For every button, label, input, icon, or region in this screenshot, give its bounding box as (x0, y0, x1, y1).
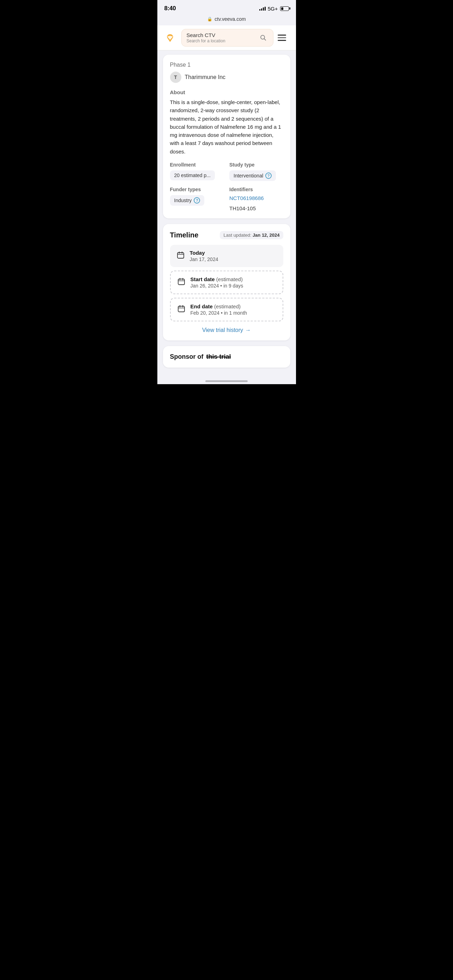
identifiers-cell: Identifiers NCT06198686 TH104-105 (229, 187, 283, 211)
search-sub-label: Search for a location (187, 38, 226, 43)
timeline-item-end: End date (estimated) Feb 20, 2024 • in 1… (170, 298, 283, 321)
timeline-today-title: Today (190, 250, 278, 256)
signal-bar-4 (265, 7, 265, 11)
network-label: 5G+ (268, 6, 278, 12)
timeline-end-title: End date (estimated) (191, 303, 277, 309)
identifiers-label: Identifiers (229, 187, 283, 192)
identifier-secondary: TH104-105 (229, 205, 283, 211)
menu-button[interactable] (278, 32, 290, 44)
signal-bar-3 (263, 7, 264, 11)
timeline-start-date: Jan 26, 2024 • in 9 days (191, 283, 277, 289)
logo[interactable] (163, 31, 177, 45)
status-bar: 8:40 5G+ (157, 0, 296, 15)
phase-label: Phase 1 (170, 62, 283, 68)
study-type-cell: Study type Interventional ? (229, 162, 283, 181)
menu-line-2 (278, 37, 286, 38)
search-svg-icon (260, 35, 266, 41)
calendar-today-icon (176, 250, 186, 260)
last-updated: Last updated: Jan 12, 2024 (220, 231, 283, 239)
sponsor-row: T Tharimmune Inc (170, 72, 283, 83)
timeline-today-date: Jan 17, 2024 (190, 256, 278, 262)
home-bar (205, 380, 248, 382)
nav-bar: Search CTV Search for a location (157, 25, 296, 51)
lock-icon: 🔒 (207, 17, 212, 22)
signal-bar-1 (259, 9, 261, 11)
sponsor-name: Tharimmune Inc (185, 74, 226, 80)
study-type-help-icon[interactable]: ? (265, 172, 272, 179)
last-updated-label: Last updated: (223, 232, 251, 238)
enrollment-value: 20 estimated p... (174, 172, 211, 178)
study-type-value: Interventional (234, 173, 263, 178)
funder-cell: Funder types Industry ? (170, 187, 224, 211)
timeline-start-content: Start date (estimated) Jan 26, 2024 • in… (191, 276, 277, 289)
svg-rect-2 (178, 253, 184, 258)
funder-badge: Industry ? (170, 195, 205, 206)
study-type-badge: Interventional ? (229, 170, 276, 181)
signal-bar-2 (261, 8, 262, 11)
search-main-label: Search CTV (187, 32, 226, 38)
about-section: About This is a single-dose, single-cent… (170, 89, 283, 156)
home-indicator (157, 377, 296, 384)
timeline-header: Timeline Last updated: Jan 12, 2024 (170, 231, 283, 239)
timeline-item-start: Start date (estimated) Jan 26, 2024 • in… (170, 270, 283, 294)
sponsor-section-strikethrough: this trial (207, 353, 231, 361)
search-bar[interactable]: Search CTV Search for a location (181, 29, 273, 46)
timeline-today-content: Today Jan 17, 2024 (190, 250, 278, 262)
timeline-end-date: Feb 20, 2024 • in 1 month (191, 310, 277, 316)
svg-line-1 (264, 39, 265, 41)
timeline-items: Today Jan 17, 2024 (170, 245, 283, 321)
calendar-svg-start (178, 278, 185, 285)
enrollment-cell: Enrollment 20 estimated p... (170, 162, 224, 181)
timeline-end-content: End date (estimated) Feb 20, 2024 • in 1… (191, 303, 277, 316)
calendar-svg-today (177, 251, 184, 259)
study-card: Phase 1 T Tharimmune Inc About This is a… (163, 55, 290, 218)
sponsor-avatar: T (170, 72, 181, 83)
svg-rect-6 (178, 279, 184, 285)
view-trial-history-link[interactable]: View trial history → (170, 327, 283, 333)
menu-line-1 (278, 35, 286, 36)
search-text-block: Search CTV Search for a location (187, 32, 226, 43)
timeline-item-today: Today Jan 17, 2024 (170, 245, 283, 267)
main-content: Phase 1 T Tharimmune Inc About This is a… (157, 51, 296, 377)
signal-bars-icon (259, 6, 265, 11)
funder-label: Funder types (170, 187, 224, 192)
about-title: About (170, 89, 283, 95)
status-time: 8:40 (164, 5, 176, 12)
svg-rect-10 (178, 306, 184, 312)
battery-level (281, 7, 284, 10)
url-text[interactable]: ctv.veeva.com (215, 16, 246, 22)
funder-value: Industry (174, 197, 192, 203)
calendar-end-icon (176, 304, 186, 313)
last-updated-date: Jan 12, 2024 (253, 232, 280, 238)
identifier-link[interactable]: NCT06198686 (229, 195, 283, 201)
battery-icon (280, 6, 289, 11)
about-text: This is a single-dose, single-center, op… (170, 98, 283, 156)
menu-line-3 (278, 40, 286, 41)
info-grid: Enrollment 20 estimated p... Study type … (170, 162, 283, 211)
view-history-label: View trial history (202, 327, 243, 333)
enrollment-badge: 20 estimated p... (170, 170, 215, 180)
study-type-label: Study type (229, 162, 283, 167)
enrollment-label: Enrollment (170, 162, 224, 167)
calendar-svg-end (178, 305, 185, 313)
search-icon (258, 33, 268, 43)
timeline-card: Timeline Last updated: Jan 12, 2024 (163, 224, 290, 340)
sponsor-section-title: Sponsor of this trial (170, 353, 283, 361)
status-icons: 5G+ (259, 6, 289, 12)
funder-help-icon[interactable]: ? (194, 197, 200, 204)
view-history-arrow: → (245, 327, 251, 333)
sponsor-section-prefix: Sponsor of (170, 353, 203, 361)
address-bar: 🔒 ctv.veeva.com (157, 15, 296, 25)
timeline-title: Timeline (170, 231, 199, 239)
sponsor-section: Sponsor of this trial (163, 346, 290, 368)
calendar-start-icon (176, 277, 186, 286)
timeline-start-title: Start date (estimated) (191, 276, 277, 282)
veeva-logo-icon (164, 32, 176, 44)
